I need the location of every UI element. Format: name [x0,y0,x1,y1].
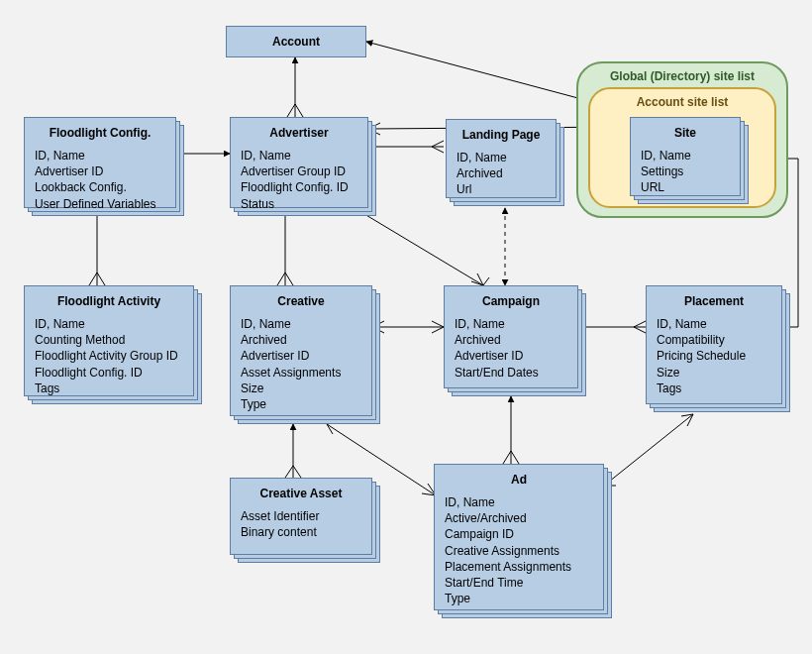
svg-line-3 [295,104,303,117]
entity-title: Floodlight Activity [35,294,183,308]
entity-campaign: Campaign ID, Name Archived Advertiser ID… [444,285,586,396]
entity-floodlight-config: Floodlight Config. ID, Name Advertiser I… [24,117,184,216]
svg-line-22 [355,208,483,285]
entity-landing-page: Landing Page ID, Name Archived Url [446,119,564,206]
entity-advertiser: Advertiser ID, Name Advertiser Group ID … [230,117,376,216]
entity-title: Advertiser [241,126,357,140]
entity-attrs: ID, Name Archived Advertiser ID Start/En… [455,316,567,381]
entity-attrs: ID, Name Advertiser ID Lookback Config. … [35,148,165,212]
svg-line-25 [483,277,489,285]
entity-attrs: ID, Name Archived Advertiser ID Asset As… [241,316,361,412]
svg-line-37 [634,321,646,327]
entity-title: Ad [445,473,593,487]
svg-line-34 [432,321,444,327]
svg-line-41 [503,451,511,464]
entity-title: Creative [241,294,361,308]
diagram-canvas: Global (Directory) site list Account sit… [0,0,812,654]
entity-title: Floodlight Config. [35,126,165,140]
entity-attrs: Asset Identifier Binary content [241,508,361,540]
entity-floodlight-activity: Floodlight Activity ID, Name Counting Me… [24,285,202,404]
entity-attrs: ID, Name Advertiser Group ID Floodlight … [241,148,357,212]
entity-creative: Creative ID, Name Archived Advertiser ID… [230,285,380,424]
svg-line-19 [277,272,285,285]
svg-line-39 [634,327,646,333]
entity-title: Placement [657,294,771,308]
entity-title: Account [237,35,355,49]
global-site-list-label: Global (Directory) site list [610,69,755,83]
account-site-list-label: Account site list [637,95,729,109]
svg-line-29 [97,272,105,285]
svg-line-1 [287,104,295,117]
svg-line-17 [432,147,444,153]
entity-title: Campaign [455,294,567,308]
entity-creative-asset: Creative Asset Asset Identifier Binary c… [230,478,380,563]
svg-line-35 [432,327,444,333]
entity-attrs: ID, Name Settings URL [641,148,730,196]
svg-line-43 [511,451,519,464]
entity-ad: Ad ID, Name Active/Archived Campaign ID … [434,464,612,618]
entity-attrs: ID, Name Archived Url [457,150,546,198]
entity-site: Site ID, Name Settings URL [630,117,749,204]
entity-attrs: ID, Name Compatibility Pricing Schedule … [657,316,771,396]
svg-line-47 [293,466,301,478]
svg-line-45 [285,466,293,478]
entity-placement: Placement ID, Name Compatibility Pricing… [646,285,790,412]
entity-attrs: ID, Name Counting Method Floodlight Acti… [35,316,183,396]
svg-line-21 [285,272,293,285]
svg-line-27 [89,272,97,285]
entity-account: Account [226,26,366,57]
entity-attrs: ID, Name Active/Archived Campaign ID Cre… [445,494,593,606]
entity-title: Landing Page [457,128,546,142]
svg-line-53 [604,414,693,486]
svg-line-15 [432,141,444,147]
entity-title: Site [641,126,730,140]
entity-title: Creative Asset [241,487,361,500]
